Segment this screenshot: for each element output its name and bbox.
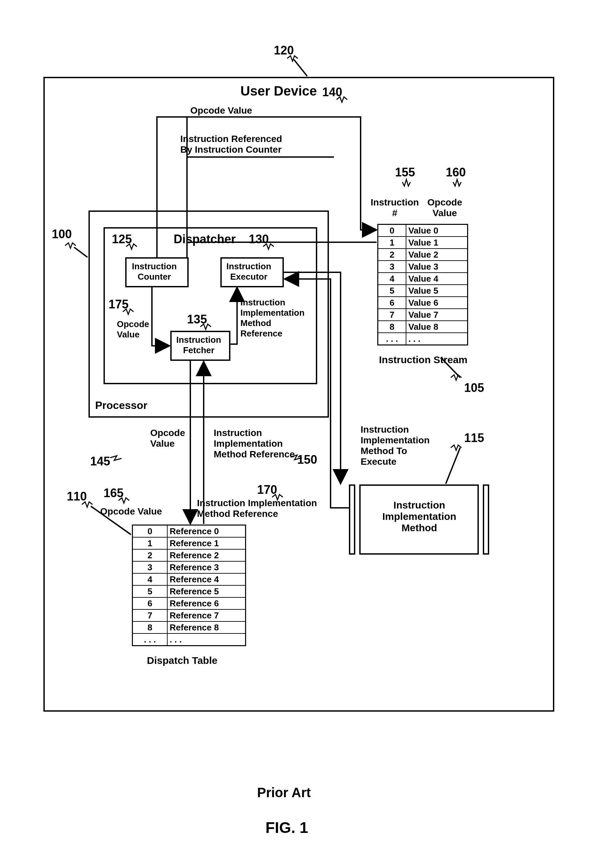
dispatch-table-label: Dispatch Table bbox=[147, 655, 217, 666]
instr-impl-ref-inside: Instruction Implementation Method Refere… bbox=[240, 297, 305, 339]
ref-165: 165 bbox=[103, 486, 124, 500]
table-row: 7Value 7 bbox=[378, 309, 468, 321]
ref-125: 125 bbox=[112, 232, 132, 246]
prior-art-label: Prior Art bbox=[257, 785, 311, 800]
ref-155: 155 bbox=[395, 165, 415, 179]
table-row: 7Reference 7 bbox=[133, 610, 246, 621]
ref-175: 175 bbox=[109, 297, 128, 311]
dispatcher-label: Dispatcher bbox=[174, 232, 236, 246]
table-row: 4Reference 4 bbox=[133, 573, 246, 585]
table-row: 5Reference 5 bbox=[133, 585, 246, 597]
table-row: . . .. . . bbox=[133, 633, 246, 646]
instr-num-header: Instruction # bbox=[371, 197, 419, 218]
ref-170: 170 bbox=[257, 483, 277, 497]
instruction-counter-label: Instruction Counter bbox=[132, 261, 177, 282]
instr-impl-to-exec: Instruction Implementation Method To Exe… bbox=[361, 424, 430, 467]
table-row: 8Reference 8 bbox=[133, 621, 246, 633]
opcode-header: Opcode Value bbox=[427, 197, 462, 218]
opcode-value-top: Opcode Value bbox=[190, 105, 252, 116]
table-row: 3Value 3 bbox=[378, 261, 468, 273]
ref-115: 115 bbox=[464, 431, 484, 445]
svg-line-0 bbox=[294, 59, 307, 76]
instruction-fetcher-label: Instruction Fetcher bbox=[176, 335, 221, 356]
ref-100: 100 bbox=[52, 227, 72, 241]
table-row: 1Reference 1 bbox=[133, 537, 246, 549]
instr-impl-ref-150: Instruction Implementation Method Refere… bbox=[214, 428, 295, 460]
opcode-value-145: Opcode Value bbox=[150, 428, 185, 449]
table-row: . . .. . . bbox=[378, 333, 468, 345]
instr-impl-left-bar bbox=[354, 484, 361, 555]
table-row: 1Value 1 bbox=[378, 236, 468, 249]
dispatch-table: 0Reference 01Reference 12Reference 23Ref… bbox=[132, 524, 246, 646]
table-row: 4Value 4 bbox=[378, 273, 468, 285]
instr-ref-by-counter: Instruction Referenced By Instruction Co… bbox=[180, 134, 282, 155]
instr-impl-right-bar bbox=[478, 484, 484, 555]
ref-135: 135 bbox=[187, 312, 207, 326]
table-row: 2Value 2 bbox=[378, 249, 468, 261]
table-row: 6Value 6 bbox=[378, 297, 468, 309]
instruction-stream-table: 0Value 01Value 12Value 23Value 34Value 4… bbox=[377, 224, 468, 345]
table-row: 8Value 8 bbox=[378, 321, 468, 333]
instruction-executor-label: Instruction Executor bbox=[226, 261, 271, 282]
table-row: 0Reference 0 bbox=[133, 525, 246, 537]
ref-160: 160 bbox=[446, 165, 466, 179]
ref-140: 140 bbox=[322, 85, 342, 99]
instr-impl-ref-170: Instruction Implementation Method Refere… bbox=[197, 498, 317, 519]
table-row: 2Reference 2 bbox=[133, 549, 246, 561]
ref-110: 110 bbox=[67, 489, 87, 503]
processor-label: Processor bbox=[95, 399, 147, 412]
opcode-value-165: Opcode Value bbox=[100, 506, 162, 517]
table-row: 0Value 0 bbox=[378, 224, 468, 237]
ref-105: 105 bbox=[464, 381, 484, 395]
diagram-canvas: User Device Processor Dispatcher Instruc… bbox=[0, 0, 591, 868]
opcode-value-175: Opcode Value bbox=[117, 319, 149, 340]
instr-impl-method-label: Instruction Implementation Method bbox=[382, 499, 457, 534]
table-row: 6Reference 6 bbox=[133, 597, 246, 610]
instruction-stream-label: Instruction Stream bbox=[379, 354, 467, 366]
ref-120: 120 bbox=[274, 43, 294, 58]
ref-145: 145 bbox=[90, 455, 110, 468]
ref-150: 150 bbox=[297, 453, 317, 467]
ref-130: 130 bbox=[249, 232, 269, 246]
fig-label: FIG. 1 bbox=[265, 819, 308, 837]
table-row: 5Value 5 bbox=[378, 285, 468, 297]
table-row: 3Reference 3 bbox=[133, 561, 246, 573]
user-device-title: User Device bbox=[240, 84, 317, 99]
